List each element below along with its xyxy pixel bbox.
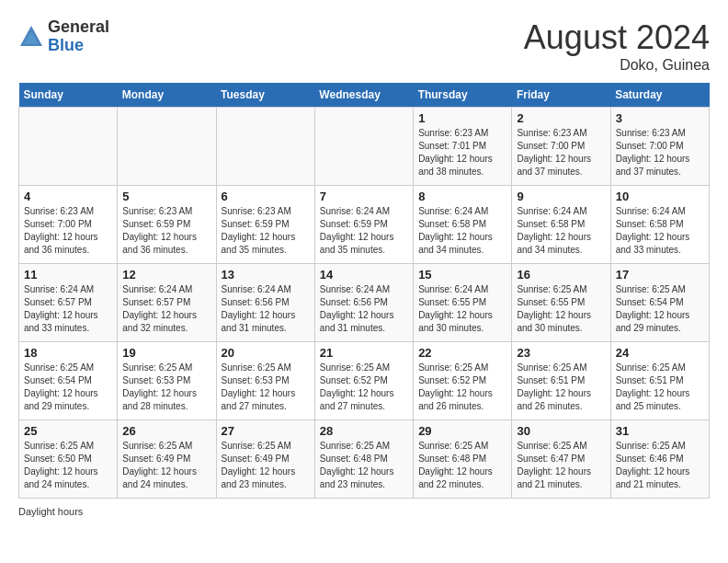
day-number: 18 xyxy=(24,346,112,360)
calendar-cell: 5Sunrise: 6:23 AM Sunset: 6:59 PM Daylig… xyxy=(118,186,216,264)
day-number: 6 xyxy=(222,190,310,203)
calendar-cell: 14Sunrise: 6:24 AM Sunset: 6:56 PM Dayli… xyxy=(314,264,413,342)
header-row: SundayMondayTuesdayWednesdayThursdayFrid… xyxy=(19,83,710,108)
calendar-cell: 15Sunrise: 6:24 AM Sunset: 6:55 PM Dayli… xyxy=(414,264,512,342)
day-number: 26 xyxy=(122,424,210,438)
day-header-monday: Monday xyxy=(118,83,216,108)
calendar-cell: 16Sunrise: 6:25 AM Sunset: 6:55 PM Dayli… xyxy=(512,264,610,342)
calendar-table: SundayMondayTuesdayWednesdayThursdayFrid… xyxy=(18,83,710,499)
calendar-cell: 9Sunrise: 6:24 AM Sunset: 6:58 PM Daylig… xyxy=(512,186,610,264)
calendar-cell xyxy=(19,108,118,186)
calendar-cell xyxy=(118,108,216,186)
calendar-cell: 1Sunrise: 6:23 AM Sunset: 7:01 PM Daylig… xyxy=(414,108,512,186)
title-area: August 2024 Doko, Guinea xyxy=(524,18,710,74)
day-info: Sunrise: 6:25 AM Sunset: 6:54 PM Dayligh… xyxy=(24,362,112,413)
day-number: 23 xyxy=(517,346,605,360)
calendar-cell: 13Sunrise: 6:24 AM Sunset: 6:56 PM Dayli… xyxy=(216,264,314,342)
day-number: 13 xyxy=(222,268,310,282)
calendar-cell: 4Sunrise: 6:23 AM Sunset: 7:00 PM Daylig… xyxy=(19,186,118,264)
day-number: 17 xyxy=(616,268,704,282)
day-info: Sunrise: 6:25 AM Sunset: 6:47 PM Dayligh… xyxy=(517,440,605,491)
day-number: 22 xyxy=(418,346,506,360)
day-number: 19 xyxy=(122,346,210,360)
day-info: Sunrise: 6:25 AM Sunset: 6:49 PM Dayligh… xyxy=(122,440,210,491)
week-row-4: 18Sunrise: 6:25 AM Sunset: 6:54 PM Dayli… xyxy=(19,342,710,420)
calendar-cell: 22Sunrise: 6:25 AM Sunset: 6:52 PM Dayli… xyxy=(414,342,512,420)
day-number: 27 xyxy=(222,424,310,438)
week-row-3: 11Sunrise: 6:24 AM Sunset: 6:57 PM Dayli… xyxy=(19,264,710,342)
day-info: Sunrise: 6:25 AM Sunset: 6:46 PM Dayligh… xyxy=(616,440,704,491)
day-info: Sunrise: 6:24 AM Sunset: 6:56 PM Dayligh… xyxy=(320,283,408,335)
day-info: Sunrise: 6:25 AM Sunset: 6:51 PM Dayligh… xyxy=(517,362,605,413)
location: Doko, Guinea xyxy=(524,57,710,74)
calendar-cell: 28Sunrise: 6:25 AM Sunset: 6:48 PM Dayli… xyxy=(314,420,413,499)
day-info: Sunrise: 6:24 AM Sunset: 6:55 PM Dayligh… xyxy=(418,283,506,335)
calendar-cell: 18Sunrise: 6:25 AM Sunset: 6:54 PM Dayli… xyxy=(19,342,118,420)
logo-blue-text: Blue xyxy=(48,37,109,55)
day-info: Sunrise: 6:25 AM Sunset: 6:52 PM Dayligh… xyxy=(320,362,408,413)
calendar-cell xyxy=(314,108,413,186)
week-row-5: 25Sunrise: 6:25 AM Sunset: 6:50 PM Dayli… xyxy=(19,420,710,499)
day-number: 28 xyxy=(320,424,408,438)
calendar-cell: 2Sunrise: 6:23 AM Sunset: 7:00 PM Daylig… xyxy=(512,108,610,186)
day-number: 24 xyxy=(616,346,704,360)
logo-general-text: General xyxy=(48,18,109,37)
day-number: 2 xyxy=(517,111,605,125)
week-row-2: 4Sunrise: 6:23 AM Sunset: 7:00 PM Daylig… xyxy=(19,186,710,264)
day-number: 5 xyxy=(122,190,210,203)
day-number: 16 xyxy=(517,268,605,282)
day-number: 14 xyxy=(320,268,408,282)
month-year: August 2024 xyxy=(524,18,710,57)
calendar-cell: 25Sunrise: 6:25 AM Sunset: 6:50 PM Dayli… xyxy=(19,420,118,499)
day-info: Sunrise: 6:24 AM Sunset: 6:58 PM Dayligh… xyxy=(616,205,704,257)
day-info: Sunrise: 6:25 AM Sunset: 6:48 PM Dayligh… xyxy=(418,440,506,491)
calendar-cell: 27Sunrise: 6:25 AM Sunset: 6:49 PM Dayli… xyxy=(216,420,314,499)
day-info: Sunrise: 6:25 AM Sunset: 6:52 PM Dayligh… xyxy=(418,362,506,413)
calendar-cell: 29Sunrise: 6:25 AM Sunset: 6:48 PM Dayli… xyxy=(414,420,512,499)
calendar-cell: 11Sunrise: 6:24 AM Sunset: 6:57 PM Dayli… xyxy=(19,264,118,342)
day-header-sunday: Sunday xyxy=(19,83,118,108)
day-info: Sunrise: 6:24 AM Sunset: 6:57 PM Dayligh… xyxy=(122,283,210,335)
day-number: 1 xyxy=(418,111,506,125)
calendar-cell: 21Sunrise: 6:25 AM Sunset: 6:52 PM Dayli… xyxy=(314,342,413,420)
day-info: Sunrise: 6:23 AM Sunset: 7:00 PM Dayligh… xyxy=(24,205,112,257)
day-number: 20 xyxy=(222,346,310,360)
calendar-cell: 19Sunrise: 6:25 AM Sunset: 6:53 PM Dayli… xyxy=(118,342,216,420)
day-info: Sunrise: 6:25 AM Sunset: 6:50 PM Dayligh… xyxy=(24,440,112,491)
day-info: Sunrise: 6:24 AM Sunset: 6:58 PM Dayligh… xyxy=(418,205,506,257)
calendar-cell: 3Sunrise: 6:23 AM Sunset: 7:00 PM Daylig… xyxy=(610,108,709,186)
day-info: Sunrise: 6:23 AM Sunset: 6:59 PM Dayligh… xyxy=(222,205,310,257)
day-header-friday: Friday xyxy=(512,83,610,108)
calendar-cell: 7Sunrise: 6:24 AM Sunset: 6:59 PM Daylig… xyxy=(314,186,413,264)
day-number: 31 xyxy=(616,424,704,438)
calendar-cell: 12Sunrise: 6:24 AM Sunset: 6:57 PM Dayli… xyxy=(118,264,216,342)
day-info: Sunrise: 6:23 AM Sunset: 7:01 PM Dayligh… xyxy=(418,127,506,178)
calendar-cell: 24Sunrise: 6:25 AM Sunset: 6:51 PM Dayli… xyxy=(610,342,709,420)
calendar-cell: 8Sunrise: 6:24 AM Sunset: 6:58 PM Daylig… xyxy=(414,186,512,264)
logo-text: General Blue xyxy=(48,18,109,55)
day-header-wednesday: Wednesday xyxy=(314,83,413,108)
calendar-cell: 23Sunrise: 6:25 AM Sunset: 6:51 PM Dayli… xyxy=(512,342,610,420)
day-number: 9 xyxy=(517,190,605,203)
day-number: 25 xyxy=(24,424,112,438)
day-info: Sunrise: 6:24 AM Sunset: 6:59 PM Dayligh… xyxy=(320,205,408,257)
day-number: 4 xyxy=(24,190,112,203)
logo: General Blue xyxy=(18,18,109,55)
day-number: 21 xyxy=(320,346,408,360)
calendar-cell: 17Sunrise: 6:25 AM Sunset: 6:54 PM Dayli… xyxy=(610,264,709,342)
calendar-cell: 20Sunrise: 6:25 AM Sunset: 6:53 PM Dayli… xyxy=(216,342,314,420)
day-info: Sunrise: 6:25 AM Sunset: 6:55 PM Dayligh… xyxy=(517,283,605,335)
day-number: 15 xyxy=(418,268,506,282)
day-info: Sunrise: 6:25 AM Sunset: 6:53 PM Dayligh… xyxy=(122,362,210,413)
day-number: 30 xyxy=(517,424,605,438)
week-row-1: 1Sunrise: 6:23 AM Sunset: 7:01 PM Daylig… xyxy=(19,108,710,186)
calendar-cell: 26Sunrise: 6:25 AM Sunset: 6:49 PM Dayli… xyxy=(118,420,216,499)
day-info: Sunrise: 6:23 AM Sunset: 7:00 PM Dayligh… xyxy=(517,127,605,178)
day-info: Sunrise: 6:24 AM Sunset: 6:58 PM Dayligh… xyxy=(517,205,605,257)
calendar-cell xyxy=(216,108,314,186)
page-header: General Blue August 2024 Doko, Guinea xyxy=(18,18,710,74)
calendar-cell: 6Sunrise: 6:23 AM Sunset: 6:59 PM Daylig… xyxy=(216,186,314,264)
day-header-tuesday: Tuesday xyxy=(216,83,314,108)
day-info: Sunrise: 6:23 AM Sunset: 6:59 PM Dayligh… xyxy=(122,205,210,257)
day-number: 12 xyxy=(122,268,210,282)
